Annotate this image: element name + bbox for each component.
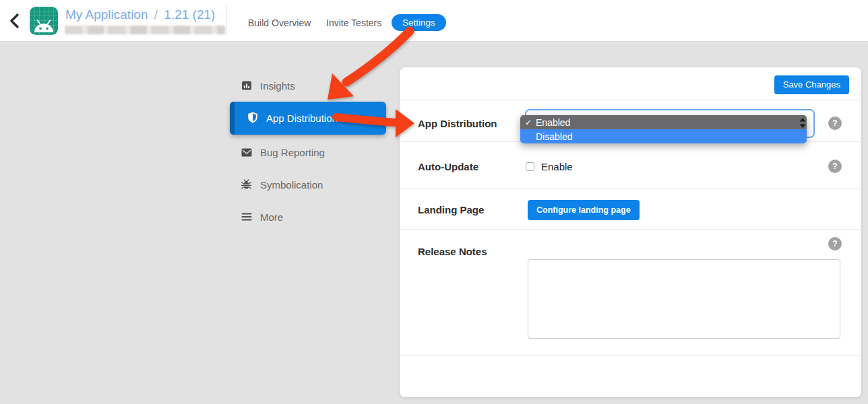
sidebar-item-label: More	[260, 211, 283, 223]
sidebar-item-app-distribution[interactable]: App Distribution	[230, 102, 386, 135]
save-changes-button[interactable]: Save Changes	[774, 75, 849, 94]
bar-chart-icon	[241, 80, 252, 91]
row-divider	[400, 229, 861, 230]
sidebar-item-symbolication[interactable]: Symbolication	[230, 174, 386, 195]
breadcrumb-separator: /	[152, 7, 160, 22]
select-stepper-icon	[799, 116, 807, 132]
app-icon	[30, 7, 58, 35]
redacted-subtitle	[65, 26, 225, 34]
landing-page-label: Landing Page	[418, 204, 484, 215]
dropdown-option-disabled[interactable]: Disabled	[520, 129, 807, 143]
question-mark-icon: ?	[832, 119, 837, 128]
auto-update-label: Auto-Update	[418, 161, 478, 172]
release-notes-label: Release Notes	[418, 246, 487, 257]
auto-update-checkbox-label[interactable]: Enable	[541, 161, 573, 172]
sidebar-item-label: Bug Reporting	[260, 147, 325, 158]
help-icon-app-distribution[interactable]: ?	[828, 116, 842, 130]
sidebar-item-insights[interactable]: Insights	[230, 75, 386, 96]
question-mark-icon: ?	[832, 239, 837, 248]
android-robot-icon	[33, 19, 55, 35]
check-icon: ✓	[525, 118, 536, 127]
tab-invite-testers[interactable]: Invite Testers	[326, 18, 381, 28]
sidebar-item-label: App Distribution	[266, 112, 338, 124]
header-divider	[226, 5, 227, 36]
app-title-link[interactable]: My Application	[65, 7, 148, 22]
top-header: My Application / 1.21 (21) Build Overvie…	[0, 0, 868, 42]
row-divider	[400, 189, 861, 189]
release-notes-textarea[interactable]	[528, 259, 840, 339]
dropdown-option-label: Disabled	[536, 131, 572, 142]
question-mark-icon: ?	[832, 162, 837, 171]
app-distribution-label: App Distribution	[418, 118, 497, 129]
configure-landing-page-button[interactable]: Configure landing page	[528, 200, 640, 220]
version-label: 1.21 (21)	[164, 7, 215, 22]
dropdown-option-label: Enabled	[536, 117, 570, 128]
breadcrumb: My Application / 1.21 (21)	[65, 7, 215, 22]
row-divider	[400, 100, 861, 100]
tab-build-overview[interactable]: Build Overview	[248, 18, 311, 28]
sidebar-item-label: Symbolication	[260, 179, 323, 191]
menu-icon	[241, 213, 252, 221]
auto-update-checkbox[interactable]	[526, 162, 534, 171]
app-distribution-dropdown-menu: ✓ Enabled Disabled	[520, 115, 807, 143]
row-divider	[400, 356, 861, 356]
sidebar-item-bug-reporting[interactable]: Bug Reporting	[230, 142, 386, 162]
sidebar-item-label: Insights	[260, 80, 295, 92]
chevron-left-icon	[8, 12, 22, 30]
help-icon-auto-update[interactable]: ?	[828, 160, 842, 173]
back-button[interactable]	[8, 12, 23, 30]
shield-icon	[247, 112, 258, 125]
sidebar-item-more[interactable]: More	[230, 207, 386, 227]
tab-settings[interactable]: Settings	[392, 14, 446, 31]
envelope-icon	[241, 148, 252, 157]
dropdown-option-enabled[interactable]: ✓ Enabled	[520, 115, 807, 129]
help-icon-release-notes[interactable]: ?	[828, 237, 842, 250]
bug-icon	[241, 179, 252, 190]
